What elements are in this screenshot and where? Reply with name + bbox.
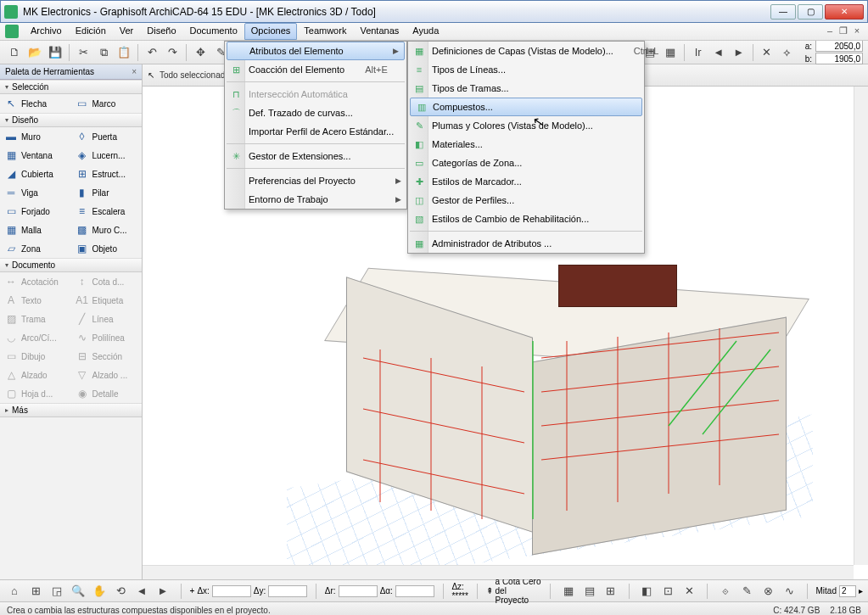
save-button[interactable]: 💾 xyxy=(46,43,64,62)
tool-escalera[interactable]: ≡Escalera xyxy=(71,202,143,221)
tool-objeto[interactable]: ▣Objeto xyxy=(71,239,143,258)
palette-close-icon[interactable]: × xyxy=(132,67,137,76)
copy-button[interactable]: ⧉ xyxy=(94,43,113,62)
menuitem-preferencias-del-proyecto[interactable]: Preferencias del Proyecto▶ xyxy=(225,171,406,190)
mdi-close-icon[interactable]: × xyxy=(851,25,863,37)
menuitem-entorno-de-trabajo[interactable]: Entorno de Trabajo▶ xyxy=(225,190,406,209)
b5[interactable]: ⊡ xyxy=(658,582,677,601)
open-button[interactable]: 📂 xyxy=(25,43,44,62)
nav-a[interactable]: ⌂ xyxy=(5,582,24,601)
snap-button[interactable]: ✕ xyxy=(758,43,776,62)
minimize-button[interactable]: — xyxy=(770,4,796,20)
section-documento[interactable]: Documento xyxy=(0,258,142,272)
tool-malla[interactable]: ▦Malla xyxy=(0,221,71,239)
menuitem-estilos-de-marcador-[interactable]: ✚Estilos de Marcador... xyxy=(408,172,644,191)
tool-h[interactable]: ► xyxy=(730,43,748,62)
mdi-restore-icon[interactable]: ❐ xyxy=(837,25,849,37)
tool-detalle[interactable]: ◉Detalle xyxy=(71,384,143,403)
tool-alzado2[interactable]: ▽Alzado ... xyxy=(71,366,143,384)
menuitem-administrador-de-atributos-[interactable]: ▦Administrador de Atributos ... xyxy=(408,234,644,253)
menu-ayuda[interactable]: Ayuda xyxy=(406,23,445,40)
nav-f[interactable]: ⟲ xyxy=(111,582,130,601)
b10[interactable]: ∿ xyxy=(780,582,798,601)
menu-opciones[interactable]: Opciones xyxy=(244,23,297,40)
tool-g[interactable]: ◄ xyxy=(709,43,728,62)
menu-diseno[interactable]: Diseño xyxy=(140,23,182,40)
menuitem-compuestos-[interactable]: ▥Compuestos... xyxy=(410,98,642,116)
menuitem-tipos-de-tramas-[interactable]: ▤Tipos de Tramas... xyxy=(408,79,644,98)
nav-b[interactable]: ⊞ xyxy=(26,582,45,601)
b7[interactable]: ⟐ xyxy=(716,582,735,601)
redo-button[interactable]: ↷ xyxy=(163,43,182,62)
tool-cubierta[interactable]: ◢Cubierta xyxy=(0,165,71,183)
tool-acotacion[interactable]: ↔Acotación xyxy=(0,272,71,291)
b4[interactable]: ◧ xyxy=(637,582,656,601)
menu-edicion[interactable]: Edición xyxy=(69,23,113,40)
tool-linea[interactable]: ╱Línea xyxy=(71,310,143,328)
menuitem-importar-perfil-de-acero-est-n[interactable]: Importar Perfil de Acero Estándar... xyxy=(225,122,406,141)
section-mas[interactable]: Más xyxy=(0,403,142,417)
tool-estructura[interactable]: ⊞Estruct... xyxy=(71,165,143,183)
menuitem-materiales-[interactable]: ◧Materiales... xyxy=(408,135,644,154)
menu-ver[interactable]: Ver xyxy=(113,23,141,40)
section-seleccion[interactable]: Selección xyxy=(0,80,142,94)
tool-marco[interactable]: ▭Marco xyxy=(71,94,143,113)
b3[interactable]: ⊞ xyxy=(602,582,620,601)
tool-muro[interactable]: ▬Muro xyxy=(0,127,71,146)
menuitem-gestor-de-perfiles-[interactable]: ◫Gestor de Perfiles... xyxy=(408,191,644,210)
da-input[interactable] xyxy=(395,585,434,597)
tool-dibujo[interactable]: ▭Dibujo xyxy=(0,347,71,366)
tool-trama[interactable]: ▨Trama xyxy=(0,310,71,328)
close-button[interactable]: ✕ xyxy=(825,4,864,20)
tool-f[interactable]: Ir xyxy=(689,43,708,62)
b8[interactable]: ✎ xyxy=(737,582,756,601)
tool-seccion[interactable]: ⊟Sección xyxy=(71,347,143,366)
tool-forjado[interactable]: ▭Forjado xyxy=(0,202,71,221)
cut-button[interactable]: ✂ xyxy=(74,43,92,62)
view-button[interactable]: ▦ xyxy=(661,43,680,62)
menuitem-tipos-de-l-neas-[interactable]: ≡Tipos de Líneas... xyxy=(408,60,644,79)
nav-h[interactable]: ► xyxy=(154,582,172,601)
tool-texto[interactable]: ATexto xyxy=(0,291,71,310)
tool-puerta[interactable]: ◊Puerta xyxy=(71,127,143,146)
maximize-button[interactable]: ▢ xyxy=(798,4,823,20)
menuitem-categor-as-de-zona-[interactable]: ▭Categorías de Zona... xyxy=(408,154,644,172)
coord-a-input[interactable] xyxy=(815,40,863,52)
scale-input[interactable] xyxy=(839,585,856,597)
nav-c[interactable]: ◲ xyxy=(48,582,66,601)
menuitem-definiciones-de-capas-vistas-d[interactable]: ▦Definiciones de Capas (Vistas de Modelo… xyxy=(408,42,644,60)
menuitem-def-trazado-de-curvas-[interactable]: ⌒Def. Trazado de curvas... xyxy=(225,103,406,122)
tool-etiqueta[interactable]: A1Etiqueta xyxy=(71,291,143,310)
tool-viga[interactable]: ═Viga xyxy=(0,183,71,202)
tool-polilinea[interactable]: ∿Polilínea xyxy=(71,328,143,347)
menuitem-gestor-de-extensiones-[interactable]: ✳Gestor de Extensiones... xyxy=(225,147,406,165)
pick-button[interactable]: ✥ xyxy=(191,43,210,62)
menuitem-estilos-de-cambio-de-rehabilit[interactable]: ▧Estilos de Cambio de Rehabilitación... xyxy=(408,210,644,228)
tool-muro-cortina[interactable]: ▩Muro C... xyxy=(71,221,143,239)
coord-b-input[interactable] xyxy=(815,53,863,64)
tool-ventana[interactable]: ▦Ventana xyxy=(0,146,71,165)
menu-teamwork[interactable]: Teamwork xyxy=(297,23,353,40)
tool-cota[interactable]: ↕Cota d... xyxy=(71,272,143,291)
dx-input[interactable] xyxy=(212,585,251,597)
menuitem-plumas-y-colores-vistas-de-mod[interactable]: ✎Plumas y Colores (Vistas de Modelo)... xyxy=(408,116,644,135)
menu-documento[interactable]: Documento xyxy=(183,23,244,40)
paste-button[interactable]: 📋 xyxy=(115,43,133,62)
dim-icon[interactable]: ⟡ xyxy=(778,43,797,62)
nav-g[interactable]: ◄ xyxy=(132,582,151,601)
menu-archivo[interactable]: Archivo xyxy=(24,23,69,40)
tool-lucernario[interactable]: ◈Lucern... xyxy=(71,146,143,165)
b1[interactable]: ▦ xyxy=(559,582,578,601)
new-button[interactable]: 🗋 xyxy=(5,43,24,62)
undo-button[interactable]: ↶ xyxy=(143,43,161,62)
mdi-minimize-icon[interactable]: – xyxy=(824,25,836,37)
section-diseno[interactable]: Diseño xyxy=(0,113,142,127)
tool-hoja[interactable]: ▢Hoja d... xyxy=(0,384,71,403)
menu-ventanas[interactable]: Ventanas xyxy=(353,23,406,40)
nav-d[interactable]: 🔍 xyxy=(69,582,87,601)
tool-alzado[interactable]: △Alzado xyxy=(0,366,71,384)
menuitem-coacci-n-del-elemento[interactable]: ⊞Coacción del ElementoAlt+E xyxy=(225,60,406,79)
dr-input[interactable] xyxy=(339,585,378,597)
scale-dropdown-icon[interactable]: ▸ xyxy=(859,586,863,595)
tool-zona[interactable]: ▱Zona xyxy=(0,239,71,258)
